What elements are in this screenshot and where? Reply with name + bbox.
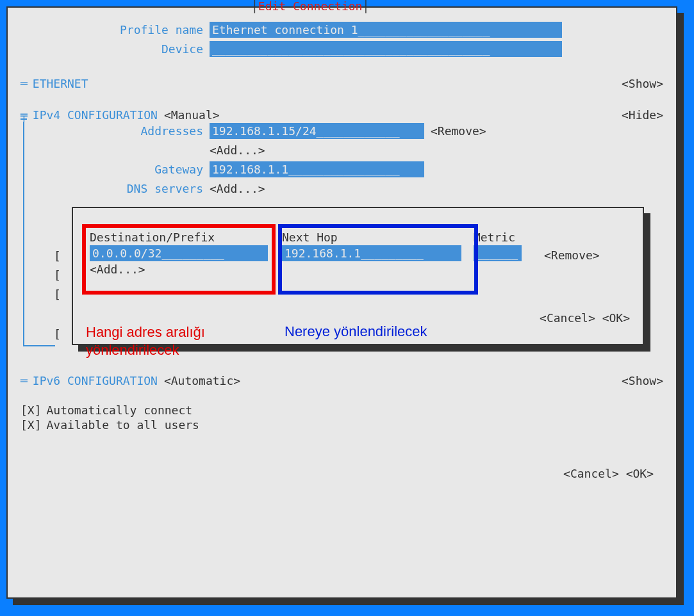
ethernet-show-button[interactable]: <Show> [622,77,663,90]
profile-name-label: Profile name [21,23,210,36]
dns-add-button[interactable]: <Add...> [210,182,265,195]
ipv4-label: IPv4 CONFIGURATION [33,108,158,122]
nexthop-header: Next Hop [278,231,474,244]
nexthop-annotation: Nereye yönlendirilecek [285,323,427,340]
addresses-input[interactable]: 192.168.1.15/24____________ [210,123,424,139]
ethernet-label: ETHERNET [33,77,88,90]
routes-dialog-buttons: <Cancel> <OK> [86,311,630,325]
ipv6-section: ═ IPv6 CONFIGURATION <Automatic> <Show> [21,374,663,387]
ipv4-mode-dropdown[interactable]: <Manual> [164,108,220,122]
gateway-label: Gateway [33,163,210,176]
cancel-button[interactable]: <Cancel> [563,467,619,480]
metric-header: Metric [474,231,538,244]
route-remove-button[interactable]: <Remove> [544,248,600,276]
nexthop-column: Next Hop 192.168.1.1_________ [278,231,474,276]
routes-table: Destination/Prefix 0.0.0.0/32_________ <… [86,231,630,276]
device-input[interactable]: ________________________________________ [210,41,562,57]
destination-input[interactable]: 0.0.0.0/32_________ [90,245,268,261]
ipv4-header: ╤ IPv4 CONFIGURATION <Manual> <Hide> [21,108,663,122]
title-bar: │ Edit Connection │ [251,0,433,13]
window-content: Profile name Ethernet connection 1______… [8,8,676,493]
ipv6-mode-dropdown[interactable]: <Automatic> [164,374,240,387]
dns-label: DNS servers [33,182,210,195]
all-users-row: [X] Available to all users [21,418,663,432]
routes-cancel-button[interactable]: <Cancel> [540,311,595,325]
dialog-left-brackets: [ [ [ [ [54,247,61,344]
profile-name-row: Profile name Ethernet connection 1______… [21,20,663,38]
nexthop-input[interactable]: 192.168.1.1_________ [282,245,461,261]
all-users-label: Available to all users [47,418,199,432]
edit-connection-window: │ Edit Connection │ Profile name Etherne… [6,6,677,599]
addresses-label: Addresses [33,124,210,138]
ipv6-show-button[interactable]: <Show> [622,374,663,387]
ipv6-expander[interactable]: ═ [21,374,28,387]
device-row: Device _________________________________… [21,40,663,58]
dns-row: DNS servers <Add...> [33,179,663,197]
ipv4-section: ╤ IPv4 CONFIGURATION <Manual> <Hide> Add… [21,108,663,345]
routes-dialog: [ [ [ [ Destination/Prefix 0.0.0.0/32___… [72,207,644,345]
ok-button[interactable]: <OK> [626,467,654,480]
auto-connect-row: [X] Automatically connect [21,403,663,417]
auto-connect-checkbox[interactable]: [X] [21,403,42,417]
destination-header: Destination/Prefix [86,231,278,244]
gateway-row: Gateway 192.168.1.1________________ [33,160,663,178]
all-users-checkbox[interactable]: [X] [21,418,42,432]
routes-ok-button[interactable]: <OK> [602,311,630,325]
footer-buttons: <Cancel> <OK> [21,467,663,480]
ipv4-content: Addresses 192.168.1.15/24____________ <R… [21,122,663,345]
routes-add-button[interactable]: <Add...> [86,263,278,276]
metric-column: Metric ______ [474,231,538,276]
gateway-input[interactable]: 192.168.1.1________________ [210,161,424,177]
destination-column: Destination/Prefix 0.0.0.0/32_________ <… [86,231,278,276]
addresses-row: Addresses 192.168.1.15/24____________ <R… [33,122,663,140]
auto-connect-label: Automatically connect [47,403,193,417]
ethernet-expander[interactable]: ═ [21,77,28,90]
checkboxes-section: [X] Automatically connect [X] Available … [21,403,663,432]
destination-annotation: Hangi adres aralığı yönlendirilecek [86,323,205,359]
ipv4-hide-button[interactable]: <Hide> [622,108,663,122]
device-label: Device [21,42,210,56]
title-pipe-left: │ [251,0,258,13]
profile-name-input[interactable]: Ethernet connection 1___________________ [210,22,562,38]
addresses-add-row: <Add...> [33,141,663,159]
ipv6-label: IPv6 CONFIGURATION [33,374,158,387]
metric-input[interactable]: ______ [474,245,522,261]
ethernet-section: ═ ETHERNET <Show> [21,77,663,90]
addresses-remove-button[interactable]: <Remove> [431,124,486,138]
addresses-add-button[interactable]: <Add...> [210,143,265,157]
window-title: Edit Connection [258,0,363,13]
tree-vertical-line [23,122,24,345]
title-pipe-right: │ [362,0,369,13]
